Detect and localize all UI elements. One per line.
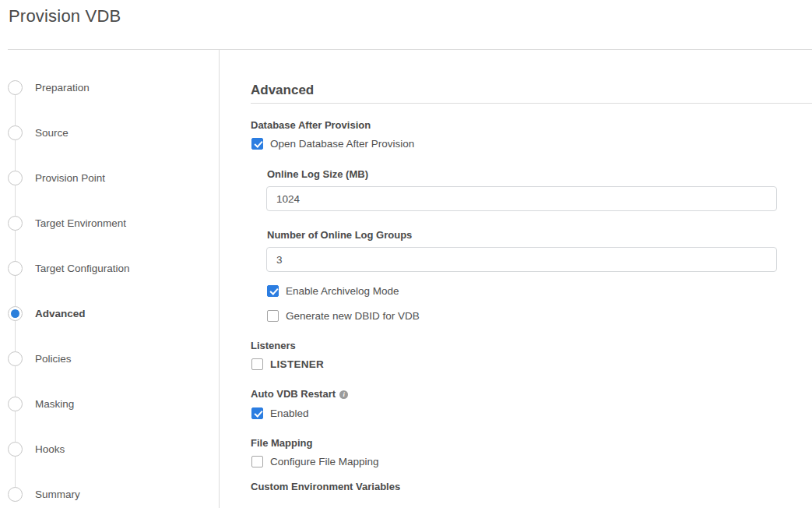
step-target-configuration[interactable]: Target Configuration [0, 245, 219, 291]
enable-archivelog-checkbox-row: Enable Archivelog Mode [267, 283, 399, 298]
listener-checkbox-row: LISTENER [251, 356, 324, 372]
enable-archivelog-label: Enable Archivelog Mode [286, 285, 399, 297]
step-label: Target Environment [35, 217, 126, 229]
step-circle-icon [8, 397, 23, 411]
configure-file-mapping-label: Configure File Mapping [270, 456, 379, 467]
step-label: Preparation [35, 82, 90, 93]
open-database-checkbox-row: Open Database After Provision [251, 136, 414, 151]
configure-file-mapping-checkbox[interactable] [251, 456, 263, 467]
step-circle-icon [8, 261, 23, 276]
provision-vdb-wizard: Provision VDB Preparation Source Provisi… [0, 0, 812, 508]
online-log-size-label: Online Log Size (MB) [267, 168, 368, 180]
step-circle-icon [8, 487, 23, 502]
step-label: Hooks [35, 443, 65, 455]
step-circle-icon [8, 351, 23, 366]
step-preparation[interactable]: Preparation [0, 65, 219, 110]
auto-vdb-restart-label: Auto VDB Restarti [251, 388, 348, 400]
open-database-label: Open Database After Provision [270, 138, 414, 150]
step-circle-icon [8, 306, 23, 321]
enable-archivelog-checkbox[interactable] [267, 285, 279, 297]
step-advanced[interactable]: Advanced [0, 291, 219, 336]
online-log-groups-input[interactable] [266, 247, 777, 272]
step-source[interactable]: Source [0, 110, 219, 155]
panel-heading-divider [251, 103, 812, 104]
custom-env-vars-label: Custom Environment Variables [251, 481, 400, 492]
database-after-provision-label: Database After Provision [251, 119, 371, 131]
auto-vdb-restart-text: Auto VDB Restart [251, 388, 336, 400]
step-circle-icon [8, 442, 23, 457]
generate-dbid-checkbox-row: Generate new DBID for VDB [267, 308, 420, 323]
step-hooks[interactable]: Hooks [0, 426, 219, 471]
listener-label: LISTENER [270, 358, 324, 370]
step-provision-point[interactable]: Provision Point [0, 155, 219, 200]
step-label: Advanced [35, 308, 86, 319]
listener-checkbox[interactable] [251, 358, 263, 370]
step-policies[interactable]: Policies [0, 336, 219, 381]
auto-restart-enabled-checkbox-row: Enabled [251, 405, 309, 421]
listeners-label: Listeners [251, 340, 296, 351]
wizard-stepper-sidebar: Preparation Source Provision Point Targe… [0, 50, 220, 508]
step-target-environment[interactable]: Target Environment [0, 200, 219, 245]
step-masking[interactable]: Masking [0, 381, 219, 426]
step-label: Masking [35, 398, 74, 410]
panel-heading: Advanced [251, 83, 314, 98]
step-circle-icon [8, 216, 23, 231]
auto-restart-enabled-checkbox[interactable] [251, 407, 263, 419]
online-log-groups-label: Number of Online Log Groups [267, 229, 412, 241]
open-database-checkbox[interactable] [251, 138, 263, 150]
generate-dbid-label: Generate new DBID for VDB [286, 310, 420, 322]
step-circle-icon [8, 80, 23, 95]
step-label: Policies [35, 353, 72, 365]
online-log-size-input[interactable] [266, 186, 777, 211]
step-circle-icon [8, 125, 23, 140]
generate-dbid-checkbox[interactable] [267, 310, 279, 322]
auto-restart-enabled-label: Enabled [270, 407, 309, 419]
advanced-step-panel: Advanced Database After Provision Open D… [220, 50, 812, 508]
step-summary[interactable]: Summary [0, 471, 219, 508]
step-label: Source [35, 127, 69, 139]
page-title: Provision VDB [9, 6, 121, 26]
step-circle-icon [8, 171, 23, 185]
info-icon[interactable]: i [339, 390, 348, 399]
file-mapping-label: File Mapping [251, 437, 312, 449]
stepper-steps: Preparation Source Provision Point Targe… [0, 65, 219, 508]
step-label: Provision Point [35, 172, 105, 184]
step-label: Summary [35, 489, 80, 500]
step-label: Target Configuration [35, 263, 130, 274]
configure-file-mapping-checkbox-row: Configure File Mapping [251, 453, 379, 469]
